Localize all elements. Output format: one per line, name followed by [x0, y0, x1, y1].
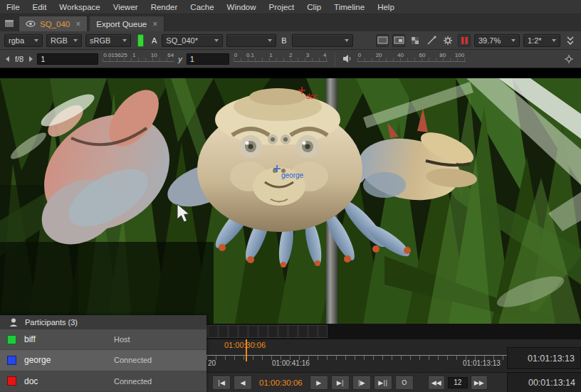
- close-icon[interactable]: ×: [152, 21, 157, 28]
- settings-gear-icon[interactable]: [441, 34, 454, 47]
- divider: [335, 52, 335, 66]
- color-swatch: [7, 335, 16, 344]
- chevron-down-icon: [511, 39, 515, 42]
- menu-item-file[interactable]: File: [0, 0, 26, 14]
- close-icon[interactable]: ×: [75, 21, 80, 28]
- gamma-tick: 0: [234, 52, 237, 58]
- play-to-next-button[interactable]: ▶|: [331, 376, 350, 390]
- prev-frame-button[interactable]: ◀: [234, 376, 252, 390]
- chevron-down-icon: [552, 39, 556, 42]
- doc-marker-label: doc: [306, 92, 318, 100]
- proxy-select[interactable]: 1:2*: [523, 34, 560, 47]
- tab-label: Export Queue: [96, 20, 147, 28]
- gain-tick: 1: [132, 52, 135, 58]
- exposure-toolbar: f/8 0.015625 1 10 64 y 0 0.1 1 2 3 4 0 2…: [0, 50, 581, 68]
- menu-item-timeline[interactable]: Timeline: [328, 0, 371, 14]
- gain-tick: 0.015625: [103, 52, 127, 58]
- menu-item-workspace[interactable]: Workspace: [53, 0, 106, 14]
- tab-viewer-sq040[interactable]: SQ_040 ×: [19, 16, 88, 31]
- display1-icon[interactable]: [376, 34, 389, 47]
- chevron-down-icon: [122, 39, 127, 42]
- crosshair-icon[interactable]: [562, 53, 575, 65]
- transport-bar: |◀ ◀ 01:00:30:06 ▶ ▶| |▶ ▶|| O ◀◀ 12 ▶▶: [206, 372, 507, 392]
- tab-export-queue[interactable]: Export Queue ×: [89, 16, 164, 31]
- nuke-window: File Edit Workspace Viewer Render Cache …: [0, 0, 581, 392]
- participants-header[interactable]: Participants (3): [0, 315, 206, 329]
- timeline-panel: 01:00:30:06 20 01:00:41:16 01:01:13:13 0…: [206, 324, 581, 392]
- gain-tick: 10: [151, 52, 157, 58]
- gamma-slider[interactable]: 0 0.1 1 2 3 4: [234, 53, 328, 65]
- display2-icon[interactable]: [392, 34, 405, 47]
- collapse-chevrons-icon[interactable]: [564, 34, 577, 47]
- menu-item-render[interactable]: Render: [145, 0, 184, 14]
- duration-timecode: 00:01:13:14: [507, 372, 581, 392]
- participants-panel: Participants (3) biff Host george Connec…: [0, 315, 206, 392]
- sync-indicator[interactable]: [137, 34, 144, 47]
- menu-item-viewer[interactable]: Viewer: [107, 0, 145, 14]
- fstop-increase-icon[interactable]: [29, 56, 33, 62]
- zoom-value: 39.7%: [478, 36, 501, 45]
- ruler-label: 01:00:41:16: [272, 359, 310, 367]
- next-frame-button[interactable]: |▶: [352, 376, 371, 390]
- viewer-canvas[interactable]: doc george: [0, 68, 581, 324]
- participant-name: george: [24, 355, 51, 365]
- gain-slider[interactable]: 0.015625 1 10 64: [103, 53, 174, 65]
- loop-button[interactable]: O: [395, 376, 414, 390]
- input-a-layer-select[interactable]: [226, 34, 276, 47]
- menu-item-clip[interactable]: Clip: [300, 0, 328, 14]
- pause-render-icon[interactable]: [458, 34, 471, 47]
- george-marker-label: george: [281, 171, 304, 179]
- shuttle-forward-button[interactable]: ▶▶: [471, 376, 488, 390]
- color-swatch: [7, 376, 16, 386]
- menu-item-window[interactable]: Window: [221, 0, 263, 14]
- channel-select[interactable]: rgba: [4, 34, 43, 47]
- menu-item-edit[interactable]: Edit: [26, 0, 53, 14]
- volume-tick: 20: [376, 52, 382, 58]
- checkerboard-icon[interactable]: [409, 34, 422, 47]
- menu-item-cache[interactable]: Cache: [184, 0, 220, 14]
- input-a-label: A: [150, 36, 158, 45]
- timeline-clip[interactable]: [206, 325, 328, 338]
- shuttle-back-button[interactable]: ◀◀: [428, 376, 445, 390]
- gamma-tick: 1: [269, 52, 272, 58]
- playhead-timecode: 01:00:30:06: [224, 341, 266, 349]
- volume-tick: 40: [397, 52, 404, 58]
- participant-status: Host: [114, 335, 130, 344]
- input-b-label: B: [280, 36, 288, 45]
- gamma-input[interactable]: [187, 53, 229, 65]
- volume-tick: 80: [439, 52, 446, 58]
- play-button[interactable]: ▶: [310, 376, 328, 390]
- gamma-tick: 4: [323, 52, 326, 58]
- volume-icon[interactable]: [342, 54, 353, 63]
- input-a-value: SQ_040*: [166, 36, 198, 45]
- participant-row-doc[interactable]: doc Connected: [0, 371, 206, 392]
- goto-start-button[interactable]: |◀: [212, 376, 231, 390]
- zoom-select[interactable]: 39.7%: [474, 34, 520, 47]
- fstop-decrease-icon[interactable]: [6, 56, 9, 62]
- timeline-ruler-ticks: [206, 356, 507, 360]
- ruler-label: 20: [208, 359, 216, 367]
- participant-row-george[interactable]: george Connected: [0, 350, 206, 371]
- gain-input[interactable]: [37, 53, 98, 65]
- menu-item-project[interactable]: Project: [263, 0, 301, 14]
- participant-name: biff: [24, 334, 36, 344]
- panel-layout-icon[interactable]: [2, 16, 16, 31]
- input-a-select[interactable]: SQ_040*: [162, 34, 223, 47]
- colorspace-select[interactable]: sRGB: [85, 34, 131, 47]
- participant-row-biff[interactable]: biff Host: [0, 329, 206, 350]
- input-b-select[interactable]: [292, 34, 353, 47]
- channel-value: rgba: [9, 36, 24, 45]
- participant-status: Connected: [114, 377, 152, 386]
- goto-end-button[interactable]: ▶||: [374, 376, 392, 390]
- display-value: RGB: [51, 36, 68, 45]
- wipe-icon[interactable]: [425, 34, 438, 47]
- viewer-image[interactable]: doc george: [0, 78, 581, 324]
- chevron-down-icon: [214, 39, 219, 42]
- menu-item-help[interactable]: Help: [371, 0, 401, 14]
- timeline-track[interactable]: [206, 324, 581, 339]
- fps-field[interactable]: 12: [448, 377, 468, 388]
- volume-slider[interactable]: 0 20 40 60 80 100: [357, 53, 466, 65]
- gamma-tick: 2: [289, 52, 292, 58]
- fstop-label[interactable]: f/8: [14, 55, 25, 63]
- display-select[interactable]: RGB: [46, 34, 82, 47]
